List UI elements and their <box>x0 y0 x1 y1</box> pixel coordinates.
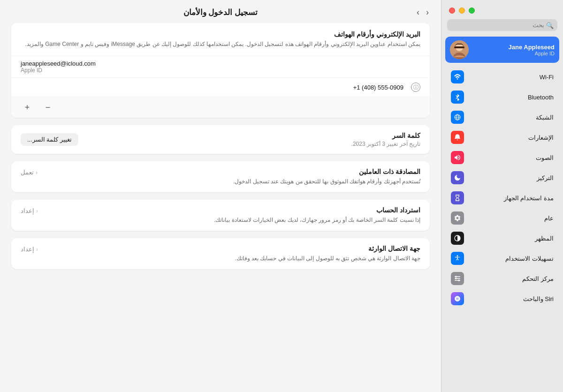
nav-buttons: ‹ › <box>414 7 432 18</box>
tfa-status-area[interactable]: ‹ تعمل <box>21 169 38 176</box>
add-remove-row: − + <box>11 97 430 118</box>
bell-icon <box>451 131 464 144</box>
recovery-action[interactable]: ‹ إعداد <box>21 207 38 214</box>
legacy-action[interactable]: ‹ إعداد <box>21 246 38 253</box>
wifi-icon <box>451 70 464 83</box>
sliders-icon <box>451 272 464 285</box>
sidebar-user-name: Jane Appleseed <box>473 44 555 51</box>
legacy-title: جهة الاتصال الوارثة <box>44 245 420 252</box>
sidebar-item-bluetooth[interactable]: Bluetooth <box>445 87 559 107</box>
email-section-title: البريد الإلكتروني وأرقام الهواتف <box>21 30 420 38</box>
sidebar-item-network[interactable]: الشبكة <box>445 107 559 127</box>
green-traffic-light[interactable] <box>469 8 475 14</box>
email-section-header: البريد الإلكتروني وأرقام الهواتف يمكن اس… <box>11 23 430 56</box>
sidebar-user-row[interactable]: Jane Appleseed Apple ID <box>445 37 559 63</box>
sidebar-item-wifi[interactable]: Wi-Fi <box>445 67 559 87</box>
sidebar-item-label: الصوت <box>469 154 554 161</box>
chevron-icon: ‹ <box>36 208 38 214</box>
sidebar-item-label: Bluetooth <box>469 94 554 101</box>
add-button[interactable]: + <box>21 101 34 114</box>
sidebar-item-screentime[interactable]: مدة استخدام الجهاز <box>445 188 559 208</box>
sidebar-item-label: المظهر <box>469 235 554 242</box>
sidebar-item-label: الشبكة <box>469 114 554 121</box>
sidebar-item-focus[interactable]: التركيز <box>445 168 559 188</box>
email-value: janeappleseed@icloud.com <box>21 60 96 67</box>
password-info: كلمة السر تاريخ آخر تغيير 3 أكتوبر 2023. <box>78 132 420 147</box>
page-title: تسجيل الدخول والأمان <box>183 8 258 17</box>
search-icon: 🔍 <box>546 22 554 29</box>
network-icon <box>451 111 464 124</box>
tfa-status-label: تعمل <box>21 169 34 176</box>
recovery-action-label: إعداد <box>21 207 34 214</box>
recovery-card: استرداد الحساب إذا نسيت كلمة السر الخاصة… <box>11 200 430 231</box>
password-date: تاريخ آخر تغيير 3 أكتوبر 2023. <box>78 141 420 147</box>
chevron-icon: ‹ <box>36 169 38 176</box>
search-input[interactable] <box>447 19 557 31</box>
legacy-card: جهة الاتصال الوارثة جهة الاتصال الوارثة … <box>11 238 430 269</box>
recovery-title: استرداد الحساب <box>44 206 420 214</box>
sidebar-item-accessibility[interactable]: تسهيلات الاستخدام <box>445 249 559 268</box>
sidebar-item-label: مدة استخدام الجهاز <box>469 195 554 202</box>
email-row: janeappleseed@icloud.com Apple ID <box>11 56 430 78</box>
remove-button[interactable]: − <box>41 101 54 114</box>
avatar <box>450 40 469 59</box>
main-content: ‹ › تسجيل الدخول والأمان البريد الإلكترو… <box>0 0 441 392</box>
tfa-info: المصادقة ذات العاملين تُستخدم أجهزتك وأر… <box>43 168 420 186</box>
phone-value: +1 (408) 555-0909 <box>21 84 403 91</box>
sidebar-item-label: Wi-Fi <box>469 74 554 81</box>
sidebar-item-general[interactable]: عام <box>445 208 559 228</box>
top-bar: ‹ › تسجيل الدخول والأمان <box>0 0 441 23</box>
recovery-info: استرداد الحساب إذا نسيت كلمة السر الخاصة… <box>44 206 420 224</box>
moon-icon <box>451 171 464 184</box>
tfa-desc: تُستخدم أجهزتك وأرقام هواتفك الموثوق بها… <box>43 177 420 186</box>
forward-button[interactable]: › <box>414 7 422 18</box>
sidebar-item-label: Siri والباحث <box>469 295 554 302</box>
siri-icon <box>451 292 464 305</box>
email-phone-card: البريد الإلكتروني وأرقام الهواتف يمكن اس… <box>11 23 430 118</box>
sidebar-item-label: التركيز <box>469 174 554 181</box>
sidebar-item-sound[interactable]: الصوت <box>445 148 559 167</box>
legacy-info: جهة الاتصال الوارثة جهة الاتصال الوارثة … <box>44 245 420 263</box>
password-card: كلمة السر تاريخ آخر تغيير 3 أكتوبر 2023.… <box>11 125 430 154</box>
legacy-desc: جهة الاتصال الوارثة هي شخص تثق به للوصول… <box>44 254 420 263</box>
change-password-button[interactable]: تغيير كلمة السر... <box>21 133 78 146</box>
sidebar-item-siri[interactable]: Siri والباحث <box>445 289 559 309</box>
accessibility-icon <box>451 252 464 265</box>
svg-point-9 <box>457 255 458 256</box>
svg-rect-3 <box>454 46 464 48</box>
gear-icon <box>451 211 464 225</box>
bluetooth-icon <box>451 90 464 104</box>
sidebar-item-label: عام <box>469 215 554 222</box>
email-section-desc: يمكن استخدام عناوين البريد الإلكتروني وأ… <box>21 40 420 48</box>
sidebar-item-label: الإشعارات <box>469 134 554 141</box>
circle-half-icon <box>451 232 464 245</box>
svg-point-14 <box>455 276 456 277</box>
sidebar-item-notifications[interactable]: الإشعارات <box>445 128 559 147</box>
sidebar-item-label: تسهيلات الاستخدام <box>469 255 554 262</box>
sidebar-item-control[interactable]: مركز التحكم <box>445 269 559 288</box>
search-bar: 🔍 <box>447 19 557 31</box>
sidebar-item-appearance[interactable]: المظهر <box>445 228 559 248</box>
content-scroll: البريد الإلكتروني وأرقام الهواتف يمكن اس… <box>0 23 441 392</box>
back-button[interactable]: ‹ <box>423 7 432 18</box>
red-traffic-light[interactable] <box>449 8 455 14</box>
chevron-icon: ‹ <box>36 246 38 253</box>
info-icon[interactable]: ⓘ <box>411 83 420 92</box>
sidebar-user-subtitle: Apple ID <box>473 51 555 56</box>
sidebar-items: Wi-Fi Bluetooth الشبكة <box>441 66 563 392</box>
tfa-title: المصادقة ذات العاملين <box>43 168 420 175</box>
hourglass-icon <box>451 191 464 204</box>
yellow-traffic-light[interactable] <box>459 8 465 14</box>
sidebar-item-label: مركز التحكم <box>469 275 554 282</box>
svg-point-15 <box>458 279 460 281</box>
svg-point-13 <box>455 278 456 279</box>
legacy-action-label: إعداد <box>21 246 34 253</box>
sound-icon <box>451 151 464 164</box>
recovery-desc: إذا نسيت كلمة السر الخاصة بك أو رمز مرور… <box>44 216 420 224</box>
phone-row: ⓘ +1 (408) 555-0909 <box>11 78 430 97</box>
two-factor-card: المصادقة ذات العاملين تُستخدم أجهزتك وأر… <box>11 161 430 192</box>
traffic-lights <box>441 0 563 19</box>
sidebar: 🔍 Jane Appleseed Apple ID Wi-Fi <box>441 0 563 392</box>
email-label: Apple ID <box>21 67 42 74</box>
sidebar-user-info: Jane Appleseed Apple ID <box>473 44 555 56</box>
